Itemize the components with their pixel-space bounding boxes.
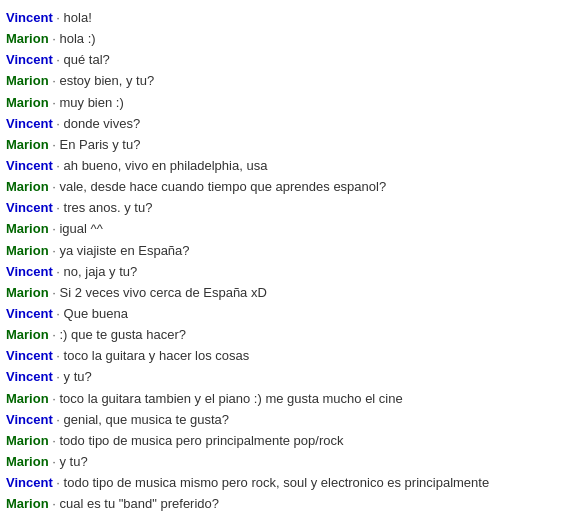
separator: · (49, 95, 60, 110)
speaker-name: Marion (6, 327, 49, 342)
chat-line: Marion · igual ^^ (6, 219, 559, 239)
speaker-name: Marion (6, 454, 49, 469)
speaker-name: Vincent (6, 52, 53, 67)
message-text: y tu? (64, 369, 92, 384)
separator: · (53, 412, 64, 427)
speaker-name: Vincent (6, 116, 53, 131)
speaker-name: Vincent (6, 369, 53, 384)
chat-line: Vincent · hola! (6, 8, 559, 28)
message-text: Que buena (64, 306, 128, 321)
speaker-name: Vincent (6, 348, 53, 363)
chat-line: Vincent · donde vives? (6, 114, 559, 134)
message-text: muy bien :) (59, 95, 123, 110)
chat-line: Marion · vale, desde hace cuando tiempo … (6, 177, 559, 197)
chat-line: Vincent · tres anos. y tu? (6, 198, 559, 218)
message-text: hola! (64, 10, 92, 25)
separator: · (49, 31, 60, 46)
message-text: todo tipo de musica mismo pero rock, sou… (64, 475, 490, 490)
separator: · (53, 369, 64, 384)
speaker-name: Vincent (6, 200, 53, 215)
message-text: igual ^^ (59, 221, 102, 236)
chat-line: Vincent · genial, que musica te gusta? (6, 410, 559, 430)
message-text: cual es tu "band" preferido? (59, 496, 219, 511)
message-text: En Paris y tu? (59, 137, 140, 152)
message-text: genial, que musica te gusta? (64, 412, 230, 427)
speaker-name: Marion (6, 95, 49, 110)
speaker-name: Vincent (6, 306, 53, 321)
chat-line: Vincent · y tu? (6, 367, 559, 387)
separator: · (53, 348, 64, 363)
separator: · (49, 221, 60, 236)
separator: · (53, 158, 64, 173)
separator: · (53, 52, 64, 67)
message-text: toco la guitara tambien y el piano :) me… (59, 391, 402, 406)
separator: · (49, 73, 60, 88)
message-text: donde vives? (64, 116, 141, 131)
separator: · (49, 179, 60, 194)
chat-line: Vincent · qué tal? (6, 50, 559, 70)
chat-line: Marion · estoy bien, y tu? (6, 71, 559, 91)
speaker-name: Marion (6, 137, 49, 152)
speaker-name: Marion (6, 221, 49, 236)
message-text: hola :) (59, 31, 95, 46)
chat-line: Marion · :) que te gusta hacer? (6, 325, 559, 345)
message-text: :) que te gusta hacer? (59, 327, 185, 342)
separator: · (53, 306, 64, 321)
message-text: ya viajiste en España? (59, 243, 189, 258)
message-text: qué tal? (64, 52, 110, 67)
chat-line: Vincent · Que buena (6, 304, 559, 324)
speaker-name: Marion (6, 179, 49, 194)
speaker-name: Marion (6, 433, 49, 448)
speaker-name: Marion (6, 243, 49, 258)
separator: · (49, 433, 60, 448)
chat-line: Vincent · todo tipo de musica mismo pero… (6, 473, 559, 493)
message-text: y tu? (59, 454, 87, 469)
chat-line: Marion · todo tipo de musica pero princi… (6, 431, 559, 451)
chat-container: Vincent · hola!Marion · hola :)Vincent ·… (6, 8, 559, 514)
speaker-name: Marion (6, 31, 49, 46)
chat-line: Marion · hola :) (6, 29, 559, 49)
speaker-name: Vincent (6, 412, 53, 427)
chat-line: Marion · y tu? (6, 452, 559, 472)
message-text: Si 2 veces vivo cerca de España xD (59, 285, 266, 300)
chat-line: Marion · muy bien :) (6, 93, 559, 113)
message-text: vale, desde hace cuando tiempo que apren… (59, 179, 386, 194)
speaker-name: Marion (6, 73, 49, 88)
separator: · (53, 475, 64, 490)
message-text: no, jaja y tu? (64, 264, 138, 279)
separator: · (53, 10, 64, 25)
chat-line: Marion · toco la guitara tambien y el pi… (6, 389, 559, 409)
chat-line: Marion · ya viajiste en España? (6, 241, 559, 261)
message-text: ah bueno, vivo en philadelphia, usa (64, 158, 268, 173)
speaker-name: Marion (6, 496, 49, 511)
message-text: todo tipo de musica pero principalmente … (59, 433, 343, 448)
chat-line: Vincent · ah bueno, vivo en philadelphia… (6, 156, 559, 176)
separator: · (49, 285, 60, 300)
speaker-name: Marion (6, 391, 49, 406)
speaker-name: Vincent (6, 158, 53, 173)
speaker-name: Vincent (6, 10, 53, 25)
separator: · (49, 496, 60, 511)
chat-line: Vincent · no, jaja y tu? (6, 262, 559, 282)
speaker-name: Vincent (6, 475, 53, 490)
message-text: estoy bien, y tu? (59, 73, 154, 88)
separator: · (53, 264, 64, 279)
chat-line: Marion · En Paris y tu? (6, 135, 559, 155)
separator: · (53, 116, 64, 131)
speaker-name: Marion (6, 285, 49, 300)
separator: · (49, 391, 60, 406)
separator: · (49, 327, 60, 342)
message-text: tres anos. y tu? (64, 200, 153, 215)
separator: · (53, 200, 64, 215)
chat-line: Marion · Si 2 veces vivo cerca de España… (6, 283, 559, 303)
separator: · (49, 243, 60, 258)
speaker-name: Vincent (6, 264, 53, 279)
chat-line: Vincent · toco la guitara y hacer los co… (6, 346, 559, 366)
separator: · (49, 454, 60, 469)
chat-line: Marion · cual es tu "band" preferido? (6, 494, 559, 514)
separator: · (49, 137, 60, 152)
message-text: toco la guitara y hacer los cosas (64, 348, 250, 363)
